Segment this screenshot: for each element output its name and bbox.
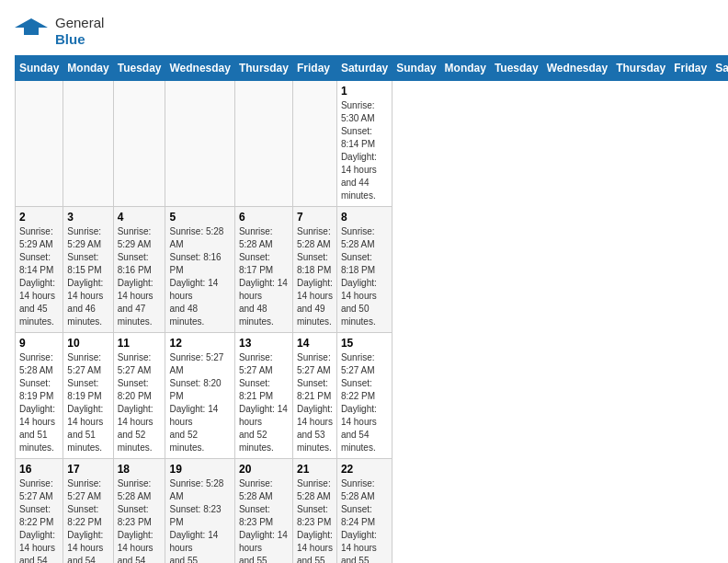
calendar-week-row: 1Sunrise: 5:30 AM Sunset: 8:14 PM Daylig… xyxy=(16,81,729,207)
calendar-day-cell: 5Sunrise: 5:28 AM Sunset: 8:16 PM Daylig… xyxy=(165,207,234,333)
day-number: 1 xyxy=(341,85,388,98)
day-of-week-header: Wednesday xyxy=(542,56,611,81)
day-number: 5 xyxy=(169,211,230,224)
day-number: 16 xyxy=(19,463,59,476)
day-info: Sunrise: 5:27 AM Sunset: 8:21 PM Dayligh… xyxy=(297,351,333,454)
day-of-week-header: Wednesday xyxy=(165,56,234,81)
day-number: 12 xyxy=(169,337,230,350)
day-number: 9 xyxy=(19,337,59,350)
day-number: 3 xyxy=(67,211,108,224)
day-info: Sunrise: 5:28 AM Sunset: 8:23 PM Dayligh… xyxy=(118,477,162,563)
calendar-day-cell: 17Sunrise: 5:27 AM Sunset: 8:22 PM Dayli… xyxy=(63,459,113,564)
calendar-day-cell xyxy=(292,81,336,207)
day-of-week-header: Tuesday xyxy=(490,56,542,81)
day-info: Sunrise: 5:28 AM Sunset: 8:23 PM Dayligh… xyxy=(239,477,289,563)
calendar-day-cell xyxy=(16,81,63,207)
day-info: Sunrise: 5:28 AM Sunset: 8:16 PM Dayligh… xyxy=(169,225,230,328)
calendar-week-row: 2Sunrise: 5:29 AM Sunset: 8:14 PM Daylig… xyxy=(16,207,729,333)
calendar-day-cell: 4Sunrise: 5:29 AM Sunset: 8:16 PM Daylig… xyxy=(113,207,165,333)
day-info: Sunrise: 5:28 AM Sunset: 8:18 PM Dayligh… xyxy=(297,225,333,328)
calendar-day-cell: 12Sunrise: 5:27 AM Sunset: 8:20 PM Dayli… xyxy=(165,333,234,459)
day-number: 6 xyxy=(239,211,289,224)
calendar-day-cell: 8Sunrise: 5:28 AM Sunset: 8:18 PM Daylig… xyxy=(336,207,392,333)
day-number: 21 xyxy=(297,463,333,476)
calendar-week-row: 16Sunrise: 5:27 AM Sunset: 8:22 PM Dayli… xyxy=(16,459,729,564)
calendar-table: SundayMondayTuesdayWednesdayThursdayFrid… xyxy=(15,55,728,563)
day-info: Sunrise: 5:28 AM Sunset: 8:19 PM Dayligh… xyxy=(19,351,59,454)
calendar-day-cell: 10Sunrise: 5:27 AM Sunset: 8:19 PM Dayli… xyxy=(63,333,113,459)
header-section: GeneralBlue xyxy=(15,15,713,48)
day-info: Sunrise: 5:27 AM Sunset: 8:20 PM Dayligh… xyxy=(118,351,162,454)
day-number: 8 xyxy=(341,211,388,224)
calendar-day-cell: 3Sunrise: 5:29 AM Sunset: 8:15 PM Daylig… xyxy=(63,207,113,333)
day-of-week-header: Thursday xyxy=(234,56,292,81)
day-of-week-header: Friday xyxy=(670,56,711,81)
day-number: 15 xyxy=(341,337,388,350)
calendar-week-row: 9Sunrise: 5:28 AM Sunset: 8:19 PM Daylig… xyxy=(16,333,729,459)
calendar-day-cell: 14Sunrise: 5:27 AM Sunset: 8:21 PM Dayli… xyxy=(292,333,336,459)
day-info: Sunrise: 5:28 AM Sunset: 8:17 PM Dayligh… xyxy=(239,225,289,328)
day-info: Sunrise: 5:27 AM Sunset: 8:21 PM Dayligh… xyxy=(239,351,289,454)
day-number: 2 xyxy=(19,211,59,224)
calendar-day-cell: 18Sunrise: 5:28 AM Sunset: 8:23 PM Dayli… xyxy=(113,459,165,564)
calendar-day-cell: 16Sunrise: 5:27 AM Sunset: 8:22 PM Dayli… xyxy=(16,459,63,564)
calendar-day-cell: 9Sunrise: 5:28 AM Sunset: 8:19 PM Daylig… xyxy=(16,333,63,459)
calendar-day-cell: 2Sunrise: 5:29 AM Sunset: 8:14 PM Daylig… xyxy=(16,207,63,333)
day-info: Sunrise: 5:28 AM Sunset: 8:18 PM Dayligh… xyxy=(341,225,388,328)
calendar-day-cell: 22Sunrise: 5:28 AM Sunset: 8:24 PM Dayli… xyxy=(336,459,392,564)
day-of-week-header: Monday xyxy=(63,56,113,81)
day-info: Sunrise: 5:27 AM Sunset: 8:20 PM Dayligh… xyxy=(169,351,230,454)
day-of-week-header: Sunday xyxy=(392,56,440,81)
day-info: Sunrise: 5:28 AM Sunset: 8:24 PM Dayligh… xyxy=(341,477,388,563)
calendar-day-cell: 1Sunrise: 5:30 AM Sunset: 8:14 PM Daylig… xyxy=(336,81,392,207)
day-number: 4 xyxy=(118,211,162,224)
calendar-day-cell: 11Sunrise: 5:27 AM Sunset: 8:20 PM Dayli… xyxy=(113,333,165,459)
day-of-week-header: Tuesday xyxy=(113,56,165,81)
day-info: Sunrise: 5:28 AM Sunset: 8:23 PM Dayligh… xyxy=(297,477,333,563)
day-of-week-header: Saturday xyxy=(336,56,392,81)
calendar-day-cell: 15Sunrise: 5:27 AM Sunset: 8:22 PM Dayli… xyxy=(336,333,392,459)
day-number: 22 xyxy=(341,463,388,476)
day-number: 20 xyxy=(239,463,289,476)
day-of-week-header: Saturday xyxy=(711,56,728,81)
day-info: Sunrise: 5:27 AM Sunset: 8:22 PM Dayligh… xyxy=(19,477,59,563)
day-info: Sunrise: 5:27 AM Sunset: 8:22 PM Dayligh… xyxy=(341,351,388,454)
day-number: 13 xyxy=(239,337,289,350)
day-number: 10 xyxy=(67,337,108,350)
calendar-day-cell: 13Sunrise: 5:27 AM Sunset: 8:21 PM Dayli… xyxy=(234,333,292,459)
day-number: 17 xyxy=(67,463,108,476)
calendar-day-cell: 20Sunrise: 5:28 AM Sunset: 8:23 PM Dayli… xyxy=(234,459,292,564)
calendar-day-cell: 7Sunrise: 5:28 AM Sunset: 8:18 PM Daylig… xyxy=(292,207,336,333)
day-info: Sunrise: 5:28 AM Sunset: 8:23 PM Dayligh… xyxy=(169,477,230,563)
day-of-week-header: Sunday xyxy=(16,56,63,81)
generalblue-logo-icon xyxy=(15,15,48,48)
day-of-week-header: Friday xyxy=(292,56,336,81)
day-info: Sunrise: 5:27 AM Sunset: 8:22 PM Dayligh… xyxy=(67,477,108,563)
calendar-day-cell xyxy=(165,81,234,207)
logo-text: GeneralBlue xyxy=(55,15,104,48)
calendar-header-row: SundayMondayTuesdayWednesdayThursdayFrid… xyxy=(16,56,729,81)
calendar-day-cell xyxy=(113,81,165,207)
day-number: 7 xyxy=(297,211,333,224)
day-of-week-header: Thursday xyxy=(612,56,670,81)
day-number: 18 xyxy=(118,463,162,476)
day-number: 14 xyxy=(297,337,333,350)
day-number: 11 xyxy=(118,337,162,350)
calendar-day-cell: 19Sunrise: 5:28 AM Sunset: 8:23 PM Dayli… xyxy=(165,459,234,564)
calendar-day-cell: 6Sunrise: 5:28 AM Sunset: 8:17 PM Daylig… xyxy=(234,207,292,333)
calendar-day-cell: 21Sunrise: 5:28 AM Sunset: 8:23 PM Dayli… xyxy=(292,459,336,564)
day-number: 19 xyxy=(169,463,230,476)
svg-marker-0 xyxy=(15,18,48,35)
day-info: Sunrise: 5:29 AM Sunset: 8:16 PM Dayligh… xyxy=(118,225,162,328)
calendar-day-cell xyxy=(63,81,113,207)
day-info: Sunrise: 5:29 AM Sunset: 8:14 PM Dayligh… xyxy=(19,225,59,328)
day-info: Sunrise: 5:30 AM Sunset: 8:14 PM Dayligh… xyxy=(341,99,388,202)
day-info: Sunrise: 5:27 AM Sunset: 8:19 PM Dayligh… xyxy=(67,351,108,454)
logo: GeneralBlue xyxy=(15,15,104,48)
calendar-day-cell xyxy=(234,81,292,207)
day-info: Sunrise: 5:29 AM Sunset: 8:15 PM Dayligh… xyxy=(67,225,108,328)
day-of-week-header: Monday xyxy=(440,56,490,81)
